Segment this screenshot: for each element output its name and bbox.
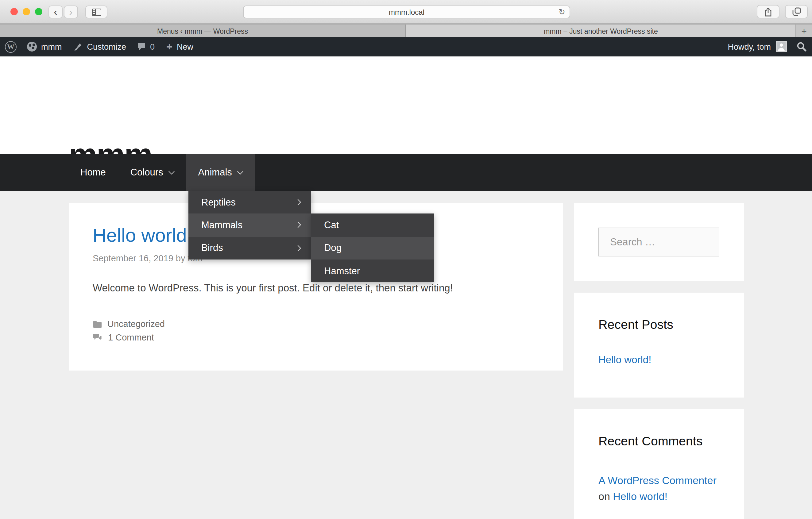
- nav-item-label: Home: [80, 167, 106, 178]
- folder-icon: [93, 320, 102, 328]
- browser-titlebar: ‹ › mmm.local ↻: [0, 0, 812, 24]
- site-header: mmm Just another WordPress site: [0, 56, 812, 154]
- share-icon: [764, 7, 772, 16]
- recent-posts-title: Recent Posts: [599, 317, 719, 332]
- comment-connector: on: [599, 490, 610, 502]
- recent-comment-entry: A WordPress Commenter on Hello world!: [599, 473, 719, 504]
- primary-nav: Home Colours Animals: [0, 154, 812, 191]
- howdy-account-menu[interactable]: Howdy, tom: [728, 42, 771, 51]
- zoom-window-button[interactable]: [35, 8, 42, 16]
- search-widget: [574, 203, 744, 281]
- address-bar[interactable]: mmm.local ↻: [243, 5, 570, 19]
- submenu-item-mammals[interactable]: Mammals: [188, 214, 311, 237]
- comments-link[interactable]: 1 Comment: [108, 333, 154, 342]
- submenu-item-label: Cat: [324, 220, 339, 231]
- safari-window: ‹ › mmm.local ↻ Menus ‹ mmm — WordPress …: [0, 0, 812, 519]
- tab-bar: Menus ‹ mmm — WordPress mmm – Just anoth…: [0, 24, 812, 37]
- address-bar-url: mmm.local: [389, 8, 425, 16]
- search-icon[interactable]: [796, 42, 807, 52]
- reload-icon[interactable]: ↻: [558, 7, 565, 17]
- comments-icon: [93, 333, 103, 342]
- submenu-item-dog[interactable]: Dog: [311, 237, 434, 260]
- paintbrush-icon: [74, 42, 83, 51]
- tab-overview-button[interactable]: [785, 5, 808, 19]
- share-button[interactable]: [757, 5, 780, 19]
- nav-item-home[interactable]: Home: [68, 154, 118, 191]
- tab-wp-admin-menus[interactable]: Menus ‹ mmm — WordPress: [0, 25, 406, 37]
- commenter-link[interactable]: A WordPress Commenter: [599, 475, 717, 487]
- nav-item-colours[interactable]: Colours: [118, 154, 186, 191]
- sidebar-toggle-button[interactable]: [85, 5, 108, 19]
- sidebar-icon: [92, 8, 101, 16]
- comment-bubble-icon: [137, 42, 146, 51]
- nav-item-animals[interactable]: Animals: [186, 154, 255, 191]
- post-body: Welcome to WordPress. This is your first…: [93, 282, 538, 294]
- admin-bar-site-name[interactable]: mmm: [27, 42, 62, 52]
- wp-admin-bar: W mmm Customize 0 + New Howdy, tom: [0, 37, 812, 56]
- wordpress-logo-icon[interactable]: W: [5, 41, 17, 53]
- chevron-right-icon: [295, 199, 301, 205]
- person-icon: [777, 42, 786, 51]
- submenu-item-label: Mammals: [201, 220, 242, 231]
- submenu-item-label: Dog: [324, 243, 342, 254]
- animals-submenu: Reptiles Mammals Birds: [188, 191, 311, 260]
- site-name-label: mmm: [41, 42, 62, 51]
- chevron-right-icon: [295, 222, 301, 228]
- back-button[interactable]: ‹: [49, 5, 63, 19]
- recent-comments-title: Recent Comments: [599, 434, 719, 449]
- mammals-submenu: Cat Dog Hamster: [311, 214, 434, 282]
- submenu-item-reptiles[interactable]: Reptiles: [188, 191, 311, 214]
- category-link[interactable]: Uncategorized: [108, 319, 165, 329]
- post-meta: Uncategorized 1 Comment: [93, 317, 538, 344]
- chevron-right-icon: [295, 245, 301, 251]
- submenu-item-label: Hamster: [324, 265, 360, 276]
- nav-item-label: Animals: [198, 167, 232, 178]
- admin-bar-comments[interactable]: 0: [137, 42, 155, 51]
- chevron-down-icon: [169, 168, 175, 174]
- close-window-button[interactable]: [10, 8, 18, 16]
- admin-bar-new[interactable]: + New: [166, 41, 193, 52]
- comment-count: 0: [150, 42, 155, 51]
- new-tab-button[interactable]: +: [795, 25, 812, 37]
- nav-item-label: Colours: [130, 167, 163, 178]
- minimize-window-button[interactable]: [23, 8, 30, 16]
- admin-bar-customize[interactable]: Customize: [74, 42, 126, 51]
- tab-overview-icon: [792, 7, 801, 16]
- submenu-item-cat[interactable]: Cat: [311, 214, 434, 237]
- avatar[interactable]: [776, 41, 787, 52]
- chevron-down-icon: [237, 168, 243, 174]
- customize-label: Customize: [87, 42, 126, 51]
- tab-site-front[interactable]: mmm – Just another WordPress site: [406, 25, 795, 37]
- plus-icon: +: [166, 41, 172, 52]
- search-input[interactable]: [599, 227, 719, 256]
- forward-button[interactable]: ›: [64, 5, 78, 19]
- recent-comments-widget: Recent Comments A WordPress Commenter on…: [574, 409, 744, 519]
- new-label: New: [177, 42, 193, 51]
- submenu-item-label: Birds: [201, 243, 223, 254]
- commented-post-link[interactable]: Hello world!: [613, 490, 667, 502]
- recent-post-link[interactable]: Hello world!: [599, 354, 651, 365]
- recent-posts-widget: Recent Posts Hello world!: [574, 293, 744, 398]
- submenu-item-birds[interactable]: Birds: [188, 237, 311, 260]
- submenu-item-hamster[interactable]: Hamster: [311, 260, 434, 282]
- submenu-item-label: Reptiles: [201, 196, 236, 208]
- site-icon: [27, 42, 37, 52]
